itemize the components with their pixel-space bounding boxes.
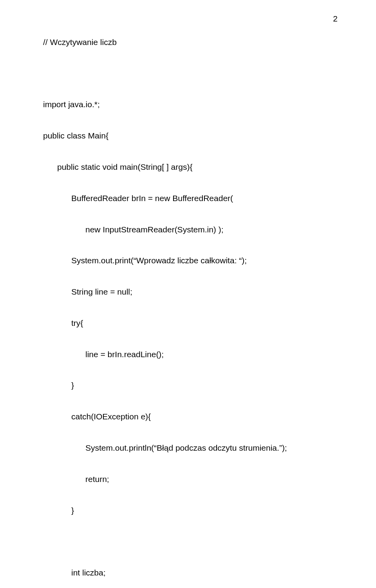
code-block: // Wczytywanie liczb import java.io.*; p… xyxy=(43,19,333,588)
code-line: line = brIn.readLine(); xyxy=(43,347,333,362)
blank-line xyxy=(43,534,333,549)
code-line: public class Main{ xyxy=(43,128,333,144)
code-line: import java.io.*; xyxy=(43,97,333,112)
code-line: // Wczytywanie liczb xyxy=(43,34,333,50)
code-line: } xyxy=(43,503,333,518)
code-line: try{ xyxy=(43,315,333,331)
code-line: String line = null; xyxy=(43,284,333,300)
page-number: 2 xyxy=(333,11,338,27)
code-line: int liczba; xyxy=(43,565,333,581)
code-line: System.out.print(“Wprowadz liczbe całkow… xyxy=(43,253,333,268)
blank-line xyxy=(43,66,333,81)
code-line: new InputStreamReader(System.in) ); xyxy=(43,222,333,237)
code-line: catch(IOException e){ xyxy=(43,409,333,424)
code-line: System.out.println(“Błąd podczas odczytu… xyxy=(43,440,333,456)
code-line: return; xyxy=(43,471,333,487)
code-line: public static void main(String[ ] args){ xyxy=(43,159,333,175)
code-line: BufferedReader brIn = new BufferedReader… xyxy=(43,191,333,206)
code-line: } xyxy=(43,378,333,393)
